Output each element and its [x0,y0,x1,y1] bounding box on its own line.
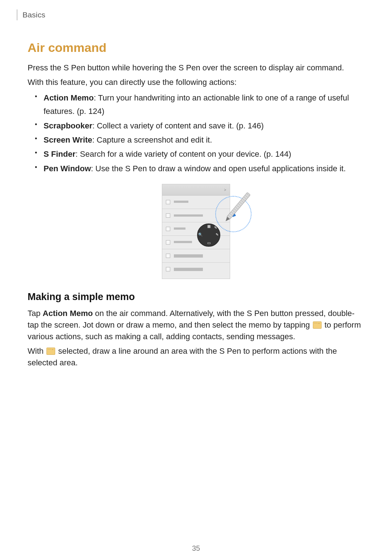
page-title: Air command [28,41,364,55]
feature-desc: : Collect a variety of content and save … [93,121,264,130]
feature-name: S Finder [44,149,75,159]
feature-desc: : Capture a screenshot and edit it. [92,135,212,144]
feature-name: Screen Write [44,135,92,144]
memo-paragraph-2: With selected, draw a line around an are… [28,345,364,369]
link-action-icon [46,348,55,355]
feature-name: Pen Window [44,164,91,173]
list-item [162,249,230,263]
air-command-menu-icon: ▦✎🔍✎▭ [197,223,220,247]
feature-desc: : Use the S Pen to draw a window and ope… [91,164,346,173]
memo-paragraph-1: Tap Action Memo on the air command. Alte… [28,308,364,342]
action-memo-bold: Action Memo [43,309,93,318]
feature-name: Action Memo [44,93,94,102]
header: Basics [17,9,392,20]
subsection-heading: Making a simple memo [28,291,364,303]
feature-list: Action Memo: Turn your handwriting into … [28,91,364,175]
feature-desc: : Search for a wide variety of content o… [75,149,291,159]
section-label: Basics [23,11,45,19]
feature-item: Screen Write: Capture a screenshot and e… [36,133,364,147]
feature-item: S Finder: Search for a wide variety of c… [36,147,364,161]
feature-item: Action Memo: Turn your handwriting into … [36,91,364,118]
feature-item: Scrapbooker: Collect a variety of conten… [36,119,364,132]
feature-item: Pen Window: Use the S Pen to draw a wind… [36,162,364,175]
air-command-illustration: > ▦✎🔍✎▭ [162,184,230,279]
intro-1: Press the S Pen button while hovering th… [28,62,364,74]
illustration-header: > [162,184,230,196]
header-divider [17,9,17,20]
intro-2: With this feature, you can directly use … [28,77,364,88]
list-item [162,263,230,276]
feature-name: Scrapbooker [44,121,93,130]
page-number: 35 [0,544,392,553]
link-action-icon [313,321,322,329]
chevron-right-icon: > [224,188,226,192]
